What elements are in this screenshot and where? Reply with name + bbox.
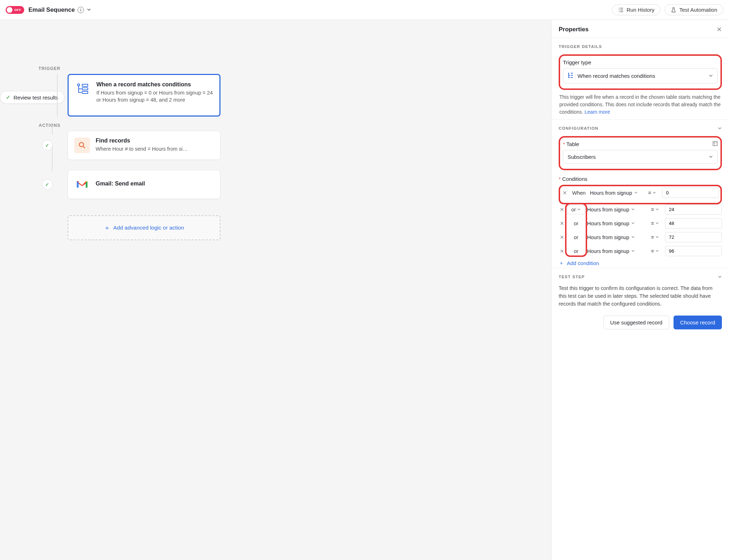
condition-field-select[interactable]: Hours from signup <box>587 235 645 240</box>
conjunction-select[interactable]: or <box>567 235 585 240</box>
actions-section-label: ACTIONS <box>32 123 60 128</box>
chevron-down-icon[interactable] <box>718 275 722 280</box>
trigger-section-label: TRIGGER <box>32 66 60 71</box>
chevron-down-icon <box>577 208 581 212</box>
trigger-type-select[interactable]: When record matches conditions <box>563 68 718 84</box>
condition-value-input[interactable] <box>665 218 722 228</box>
test-step-description: Test this trigger to confirm its configu… <box>559 285 722 308</box>
title-text: Email Sequence <box>28 6 75 14</box>
condition-row: ✕WhenHours from signup= <box>562 188 719 198</box>
condition-field-select[interactable]: Hours from signup <box>587 207 645 212</box>
close-icon[interactable]: ✕ <box>717 26 722 33</box>
chevron-down-icon <box>655 221 659 226</box>
plus-icon: ＋ <box>559 260 564 266</box>
choose-record-button[interactable]: Choose record <box>674 316 722 329</box>
table-label: Table <box>566 141 579 147</box>
required-star: * <box>563 141 565 147</box>
svg-point-4 <box>79 142 84 147</box>
remove-condition-icon[interactable]: ✕ <box>559 248 565 254</box>
remove-condition-icon[interactable]: ✕ <box>559 235 565 240</box>
test-step-heading: TEST STEP <box>559 275 585 279</box>
chevron-down-icon <box>631 235 635 239</box>
find-card-subtitle: Where Hour # to send = Hours from si… <box>96 145 214 152</box>
chevron-down-icon[interactable] <box>718 126 722 131</box>
use-suggested-record-button[interactable]: Use suggested record <box>603 316 669 329</box>
gmail-card[interactable]: Gmail: Send email <box>68 170 220 199</box>
chevron-down-icon <box>634 191 638 195</box>
header: OFF Email Sequence i Run History Test Au… <box>0 0 729 20</box>
svg-rect-3 <box>82 91 88 93</box>
test-automation-button[interactable]: Test Automation <box>665 4 723 15</box>
learn-more-link[interactable]: Learn more <box>585 109 610 115</box>
condition-operator-select[interactable]: = <box>647 235 663 240</box>
condition-row: ✕orHours from signup= <box>559 204 722 215</box>
condition-value-input[interactable] <box>665 246 722 256</box>
condition-field-select[interactable]: Hours from signup <box>587 221 645 226</box>
info-icon[interactable]: i <box>78 7 84 13</box>
automation-toggle[interactable]: OFF <box>6 6 24 14</box>
toggle-knob <box>7 7 12 13</box>
condition-row: ✕orHours from signup= <box>559 218 722 228</box>
table-select[interactable]: Subscribers <box>563 150 718 164</box>
run-history-button[interactable]: Run History <box>612 4 660 15</box>
find-records-card[interactable]: Find records Where Hour # to send = Hour… <box>68 131 220 160</box>
expand-icon[interactable] <box>713 141 718 147</box>
list-icon <box>618 7 624 13</box>
trigger-details-heading: TRIGGER DETAILS <box>559 44 722 49</box>
condition-value-input[interactable] <box>662 188 719 198</box>
conditions-label: Conditions <box>562 176 587 182</box>
add-condition-button[interactable]: ＋ Add condition <box>559 260 722 266</box>
required-star: * <box>559 176 561 182</box>
conjunction-select: When <box>570 190 588 196</box>
trigger-type-value: When record matches conditions <box>578 73 655 79</box>
svg-point-5 <box>568 73 569 74</box>
condition-field-select[interactable]: Hours from signup <box>590 190 642 196</box>
flow-icon <box>75 81 91 97</box>
svg-point-0 <box>78 84 80 86</box>
trigger-card[interactable]: When a record matches conditions If Hour… <box>68 74 220 117</box>
check-icon: ✓ <box>6 94 11 101</box>
condition-operator-select[interactable]: = <box>644 190 660 196</box>
chevron-down-icon <box>709 74 713 79</box>
automation-canvas[interactable]: ✓ Review test results TRIGGER <box>0 20 551 560</box>
remove-condition-icon[interactable]: ✕ <box>559 221 565 226</box>
use-suggested-label: Use suggested record <box>610 319 663 325</box>
condition-operator-select[interactable]: = <box>647 248 663 254</box>
configuration-heading: CONFIGURATION <box>559 126 598 130</box>
automation-title: Email Sequence i <box>28 6 91 14</box>
table-value: Subscribers <box>568 154 596 160</box>
gmail-card-title: Gmail: Send email <box>96 181 214 187</box>
highlight-first-condition: ✕WhenHours from signup= <box>559 185 722 204</box>
step-status-check-icon: ✓ <box>42 179 53 190</box>
chevron-down-icon <box>631 221 635 226</box>
chevron-down-icon <box>655 208 659 212</box>
branch-icon <box>568 72 574 80</box>
flask-icon <box>671 7 676 13</box>
condition-value-input[interactable] <box>665 232 722 242</box>
remove-condition-icon[interactable]: ✕ <box>562 190 568 196</box>
test-automation-label: Test Automation <box>679 7 717 13</box>
conjunction-select[interactable]: or <box>567 205 585 214</box>
chevron-down-icon <box>655 249 659 253</box>
chevron-down-icon[interactable] <box>87 6 91 14</box>
trigger-card-title: When a record matches conditions <box>96 81 213 88</box>
gmail-icon <box>74 177 90 192</box>
conjunction-select[interactable]: or <box>567 221 585 226</box>
condition-row: ✕orHours from signup= <box>559 246 722 256</box>
step-status-check-icon: ✓ <box>42 140 53 151</box>
condition-operator-select[interactable]: = <box>647 221 663 226</box>
plus-icon: ＋ <box>104 224 110 232</box>
trigger-card-subtitle: If Hours from signup = 0 or Hours from s… <box>96 89 213 104</box>
properties-panel: Properties ✕ TRIGGER DETAILS Trigger typ… <box>551 20 729 560</box>
chevron-down-icon <box>653 191 656 195</box>
find-card-title: Find records <box>96 138 214 144</box>
add-logic-label: Add advanced logic or action <box>113 225 184 231</box>
condition-value-input[interactable] <box>665 204 722 215</box>
remove-condition-icon[interactable]: ✕ <box>559 207 565 212</box>
svg-rect-2 <box>82 88 88 90</box>
condition-field-select[interactable]: Hours from signup <box>587 248 645 254</box>
condition-operator-select[interactable]: = <box>647 207 663 212</box>
conjunction-select[interactable]: or <box>567 248 585 254</box>
add-logic-button[interactable]: ＋ Add advanced logic or action <box>68 215 220 240</box>
chevron-down-icon <box>709 155 713 160</box>
